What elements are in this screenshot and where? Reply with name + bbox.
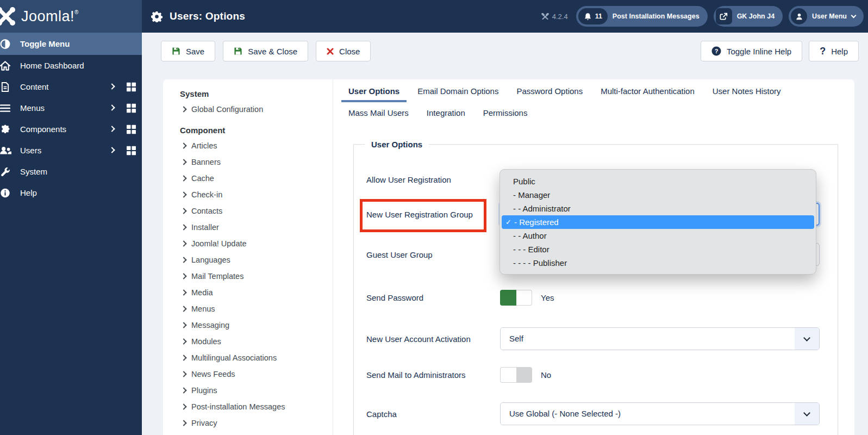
- save-button[interactable]: Save: [161, 41, 215, 61]
- grid-icon[interactable]: [127, 125, 136, 134]
- tree-item-articles[interactable]: Articles: [163, 138, 333, 154]
- chevron-right-icon: [180, 175, 186, 181]
- dropdown-option-manager[interactable]: - Manager: [500, 188, 816, 202]
- tab-user-options[interactable]: User Options: [341, 82, 407, 102]
- joomla-version: 4.2.4: [541, 13, 568, 21]
- grid-icon[interactable]: [127, 82, 136, 91]
- field-send-password: Send Password Yes: [366, 285, 820, 309]
- page-header: Users: Options: [151, 0, 245, 33]
- tree-item-check-in[interactable]: Check-in: [163, 187, 333, 203]
- tab-permissions[interactable]: Permissions: [476, 103, 535, 124]
- tab-multi-factor-authentication[interactable]: Multi-factor Authentication: [594, 82, 702, 102]
- chevron-right-icon: [109, 83, 115, 89]
- tree-item-global-configuration[interactable]: Global Configuration: [163, 101, 333, 117]
- tree-item-menus[interactable]: Menus: [163, 301, 333, 317]
- save-icon: [234, 47, 242, 55]
- joomla-logo[interactable]: Joomla! ®: [0, 0, 142, 33]
- close-icon: [327, 48, 334, 55]
- chevron-right-icon: [180, 355, 186, 361]
- tree-item-privacy[interactable]: Privacy: [163, 415, 333, 431]
- account-label: GK John J4: [737, 13, 775, 20]
- puzzle-icon: [0, 124, 13, 134]
- joomla-logo-icon: [0, 5, 17, 27]
- toggle-state-label: No: [541, 370, 551, 380]
- dropdown-option-publisher[interactable]: - - - - Publisher: [500, 256, 816, 270]
- grid-icon[interactable]: [127, 103, 136, 113]
- tree-item-installer[interactable]: Installer: [163, 219, 333, 235]
- sidebar-item-content[interactable]: Content: [0, 76, 142, 97]
- tab-integration[interactable]: Integration: [420, 103, 472, 124]
- chevron-right-icon: [180, 322, 186, 328]
- version-icon: [541, 13, 549, 20]
- logo-registered-mark: ®: [74, 9, 78, 15]
- sidebar-item-label: Toggle Menu: [20, 39, 70, 48]
- tab-email-domain-options[interactable]: Email Domain Options: [410, 82, 505, 102]
- chevron-right-icon: [180, 142, 186, 148]
- chevron-right-icon: [180, 240, 186, 246]
- sidebar-item-menus[interactable]: Menus: [0, 97, 142, 119]
- user-icon: [795, 13, 803, 21]
- send-password-toggle[interactable]: [500, 290, 532, 306]
- close-button[interactable]: Close: [316, 41, 371, 61]
- dropdown-option-editor[interactable]: - - - Editor: [500, 243, 816, 256]
- top-bar: Joomla! ® Users: Options 4.2.4: [0, 0, 868, 33]
- tree-item-banners[interactable]: Banners: [163, 154, 333, 170]
- sidebar-item-help[interactable]: Help: [0, 182, 142, 203]
- captcha-select[interactable]: Use Global (- None Selected -): [500, 402, 820, 425]
- tree-item-joomla-update[interactable]: Joomla! Update: [163, 235, 333, 252]
- tab-user-notes-history[interactable]: User Notes History: [705, 82, 788, 102]
- help-button[interactable]: ? Help: [809, 41, 859, 61]
- tree-item-cache[interactable]: Cache: [163, 170, 333, 187]
- tree-section-header-component: Component: [163, 123, 333, 138]
- users-icon: [0, 146, 13, 155]
- tab-password-options[interactable]: Password Options: [509, 82, 590, 102]
- document-icon: [0, 82, 13, 92]
- save-and-close-button[interactable]: Save & Close: [223, 41, 308, 61]
- tree-item-news-feeds[interactable]: News Feeds: [163, 366, 333, 382]
- tree-item-post-installation-messages[interactable]: Post-installation Messages: [163, 399, 333, 415]
- tree-item-contacts[interactable]: Contacts: [163, 203, 333, 219]
- tree-item-plugins[interactable]: Plugins: [163, 382, 333, 399]
- sidebar-item-users[interactable]: Users: [0, 140, 142, 161]
- save-icon: [172, 47, 180, 55]
- chevron-right-icon: [109, 147, 115, 153]
- field-label: Allow User Registration: [366, 175, 500, 184]
- dropdown-option-registered-selected[interactable]: ✓ - Registered: [502, 215, 814, 229]
- toolbar-left-group: Save Save & Close Close: [161, 41, 371, 61]
- chevron-right-icon: [180, 371, 186, 377]
- sidebar-item-label: Content: [20, 82, 49, 91]
- tree-item-languages[interactable]: Languages: [163, 252, 333, 268]
- user-menu-button[interactable]: User Menu: [789, 6, 864, 27]
- field-allow-user-registration: Allow User Registration: [366, 167, 500, 191]
- tree-item-modules[interactable]: Modules: [163, 333, 333, 350]
- sidebar-item-toggle-menu[interactable]: Toggle Menu: [0, 33, 142, 55]
- sidebar-item-system[interactable]: System: [0, 161, 142, 182]
- field-label: Guest User Group: [366, 250, 500, 259]
- sidebar-item-label: System: [20, 167, 47, 176]
- tree-item-multilingual-associations[interactable]: Multilingual Associations: [163, 350, 333, 366]
- home-icon: [0, 60, 13, 71]
- sidebar-item-home-dashboard[interactable]: Home Dashboard: [0, 55, 142, 76]
- dropdown-option-author[interactable]: - - Author: [500, 229, 816, 243]
- select-cap: [795, 328, 819, 350]
- post-installation-messages-button[interactable]: 11 Post Installation Messages: [576, 6, 708, 27]
- tab-mass-mail-users[interactable]: Mass Mail Users: [341, 103, 416, 124]
- grid-icon[interactable]: [127, 146, 136, 155]
- chevron-right-icon: [180, 159, 186, 165]
- tree-item-mail-templates[interactable]: Mail Templates: [163, 268, 333, 284]
- chevron-right-icon: [180, 306, 186, 312]
- sidebar-item-label: Components: [20, 125, 66, 134]
- chevron-down-icon: [803, 334, 810, 341]
- new-user-account-activation-select[interactable]: Self: [500, 327, 820, 350]
- dropdown-option-public[interactable]: Public: [500, 175, 816, 188]
- version-number: 4.2.4: [552, 13, 568, 21]
- tree-item-media[interactable]: Media: [163, 284, 333, 301]
- toggle-inline-help-button[interactable]: ? Toggle Inline Help: [701, 41, 802, 61]
- select-value: Self: [501, 328, 819, 350]
- send-mail-to-administrators-toggle[interactable]: [500, 367, 532, 383]
- sidebar-item-components[interactable]: Components: [0, 119, 142, 140]
- dropdown-option-administrator[interactable]: - - Administrator: [500, 202, 816, 215]
- tree-item-messaging[interactable]: Messaging: [163, 317, 333, 333]
- chevron-right-icon: [180, 257, 186, 263]
- account-button[interactable]: GK John J4: [714, 6, 783, 27]
